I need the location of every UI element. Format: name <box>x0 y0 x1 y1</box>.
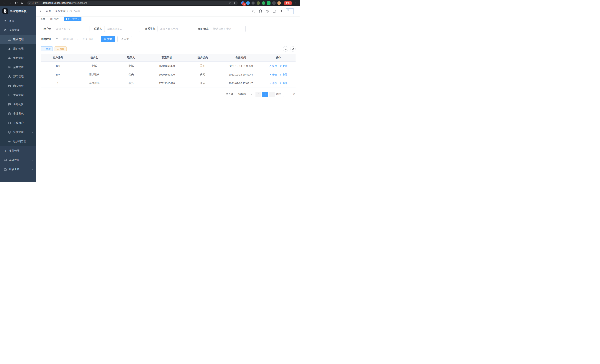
sidebar-menu: 首页 系统管理 租户管理 用户管理 角色管理 菜单管理 <box>0 16 36 174</box>
export-button[interactable]: 导出 <box>55 46 67 51</box>
briefcase-icon <box>8 84 11 87</box>
contact-input[interactable] <box>104 26 140 32</box>
sidebar-item-notice[interactable]: 通知公告 <box>0 100 36 109</box>
sidebar-item-dict[interactable]: 字典管理 <box>0 91 36 100</box>
breadcrumb-system[interactable]: 系统管理 <box>55 9 66 13</box>
edit-pencil-icon <box>269 65 272 67</box>
sidebar-item-label: 基础设施 <box>9 159 19 162</box>
header-search-button[interactable] <box>251 8 256 14</box>
chevron-down-icon <box>31 131 34 133</box>
chrome-update-button[interactable]: 更新 <box>284 1 292 5</box>
add-button[interactable]: 新增 <box>41 46 53 51</box>
browser-forward-button[interactable] <box>8 1 13 5</box>
col-tenant-id: 租户编号 <box>41 54 75 61</box>
page-1-button[interactable]: 1 <box>262 92 268 97</box>
phone-input[interactable] <box>158 26 193 32</box>
reset-refresh-icon <box>120 38 123 40</box>
next-page-button[interactable] <box>269 92 275 97</box>
edit-link[interactable]: 修改 <box>269 73 277 76</box>
github-link[interactable] <box>258 8 263 14</box>
cell-status: 关闭 <box>185 61 220 70</box>
sidebar-item-sms[interactable]: 短信管理 <box>0 128 36 137</box>
search-button-label: 搜索 <box>107 37 112 41</box>
browser-refresh-button[interactable] <box>14 1 19 5</box>
svg-text:T: T <box>279 10 281 12</box>
download-icon <box>57 48 59 50</box>
edit-link[interactable]: 修改 <box>269 64 277 67</box>
trash-icon <box>280 82 282 84</box>
tab-close-icon[interactable] <box>78 18 80 20</box>
logo[interactable]: 芋道管理系统 <box>0 6 36 16</box>
search-button[interactable]: 搜索 <box>101 36 115 42</box>
chrome-menu-button[interactable] <box>293 1 298 5</box>
create-time-range-picker[interactable]: 开始日期 - 结束日期 <box>54 36 98 42</box>
search-icon <box>104 38 106 40</box>
delete-link[interactable]: 删除 <box>280 73 287 76</box>
extension-icon-1[interactable]: 10 <box>241 1 244 5</box>
tenant-status-select[interactable]: 请选择租户状态 <box>211 26 246 32</box>
extension-icon-7[interactable] <box>272 1 276 5</box>
address-bar[interactable]: 不安全 dashboard.yudao.iocoder.cn/system/te… <box>27 1 238 5</box>
breadcrumb: 首页 / 系统管理 / 租户管理 <box>46 9 80 13</box>
star-icon <box>233 2 236 4</box>
browser-back-button[interactable] <box>2 1 7 5</box>
tab-label: 租户管理 <box>68 18 77 21</box>
bookmark-star-button[interactable] <box>233 2 236 4</box>
delete-link[interactable]: 删除 <box>280 64 287 67</box>
breadcrumb-current: 租户管理 <box>70 9 80 13</box>
extension-icon-4[interactable] <box>257 1 260 5</box>
sidebar-toggle-button[interactable] <box>39 9 43 13</box>
edit-link[interactable]: 修改 <box>269 82 277 85</box>
browser-home-button[interactable] <box>20 1 25 5</box>
extension-icon-5[interactable] <box>262 1 265 5</box>
refresh-table-button[interactable] <box>290 46 296 52</box>
share-button[interactable] <box>229 2 231 4</box>
security-chip[interactable]: 不安全 <box>29 1 39 5</box>
security-label: 不安全 <box>32 1 39 5</box>
sidebar-item-tenant[interactable]: 租户管理 <box>0 35 36 44</box>
sidebar-item-error-code[interactable]: 错误码管理 <box>0 137 36 146</box>
delete-link[interactable]: 删除 <box>280 82 287 85</box>
avatar[interactable] <box>286 8 293 14</box>
extension-icon-6[interactable] <box>267 1 271 5</box>
sidebar-item-system[interactable]: 系统管理 <box>0 26 36 35</box>
sidebar-item-label: 部门管理 <box>13 75 24 78</box>
cell-tenant-id: 1 <box>41 79 75 88</box>
page-size-select[interactable]: 10条/页 <box>236 92 254 97</box>
extension-icon-3[interactable] <box>251 1 255 5</box>
toggle-search-button[interactable] <box>283 46 288 52</box>
reset-button[interactable]: 重置 <box>117 36 132 42</box>
sidebar-item-audit-log[interactable]: 审计日志 <box>0 109 36 118</box>
goto-page-input[interactable] <box>283 92 291 97</box>
sidebar-item-devtools[interactable]: 研发工具 <box>0 165 36 174</box>
user-menu-caret[interactable] <box>295 10 297 12</box>
tab-close-icon[interactable] <box>60 18 61 20</box>
sidebar-item-label: 支付管理 <box>9 149 19 152</box>
sidebar-item-home[interactable]: 首页 <box>0 16 36 26</box>
sidebar-item-dept[interactable]: 部门管理 <box>0 72 36 81</box>
tab-tenant[interactable]: 租户管理 <box>64 17 81 21</box>
sidebar-item-menu[interactable]: 菜单管理 <box>0 63 36 72</box>
profile-avatar-icon[interactable] <box>277 1 281 5</box>
extension-icon-2[interactable] <box>246 1 250 5</box>
sidebar-item-online-users[interactable]: 在线用户 <box>0 118 36 128</box>
chevron-down-icon <box>250 93 252 95</box>
sidebar-item-label: 系统管理 <box>9 28 19 32</box>
prev-page-button[interactable] <box>255 92 261 97</box>
sidebar-item-payment[interactable]: ¥ 支付管理 <box>0 146 36 156</box>
search-form-row-2: 创建时间 开始日期 - 结束日期 搜索 重置 <box>41 36 296 42</box>
sidebar-item-role[interactable]: 角色管理 <box>0 53 36 63</box>
breadcrumb-home[interactable]: 首页 <box>46 9 51 13</box>
docs-help-button[interactable] <box>264 8 270 14</box>
sidebar-item-user[interactable]: 用户管理 <box>0 44 36 53</box>
tab-home[interactable]: 首页 <box>39 17 47 21</box>
font-size-button[interactable]: TT <box>278 8 284 14</box>
fullscreen-button[interactable] <box>271 8 277 14</box>
cell-tenant-name: 测试 <box>75 61 113 70</box>
role-icon <box>8 56 11 60</box>
gear-icon <box>4 29 7 32</box>
sidebar-item-post[interactable]: 岗位管理 <box>0 81 36 91</box>
sidebar-item-infrastructure[interactable]: 基础设施 <box>0 156 36 165</box>
tenant-name-input[interactable] <box>54 26 89 32</box>
tab-dept[interactable]: 部门管理 <box>48 17 63 21</box>
